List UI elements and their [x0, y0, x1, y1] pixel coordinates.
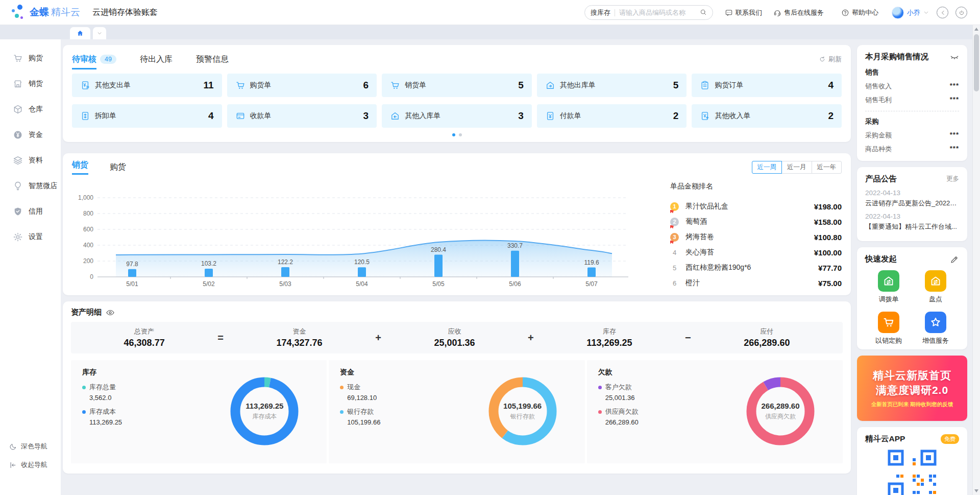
announcement-link-2[interactable]: 【重要通知】精斗云工作台域...	[865, 222, 959, 231]
ranking-item-2[interactable]: 2葡萄酒¥158.00	[670, 214, 842, 229]
legend-dot-icon	[340, 386, 344, 389]
ranking-item-name: 烤海苔卷	[685, 232, 714, 242]
back-button[interactable]	[937, 7, 948, 18]
search-input[interactable]	[619, 9, 700, 16]
tab-purchase[interactable]: 购货	[110, 162, 126, 173]
tab-sales[interactable]: 销货	[72, 160, 88, 175]
sidebar-item-6[interactable]: 智慧微店	[0, 173, 61, 199]
monthly-stat-row: 销售毛利***	[865, 96, 959, 105]
range-month-button[interactable]: 近一月	[781, 161, 812, 174]
more-link[interactable]: 更多	[946, 175, 959, 183]
svg-text:600: 600	[83, 226, 93, 233]
contact-us-link[interactable]: 联系我们	[725, 0, 762, 25]
pending-panel: 待审核 49 待出入库 预警信息 刷新 其他支出单11购货单6销货单5其他出库单…	[63, 45, 851, 142]
pending-type-count: 3	[518, 110, 524, 122]
ranking-item-name: 果汁饮品礼盒	[685, 202, 728, 211]
svg-text:330.7: 330.7	[507, 242, 523, 249]
collapse-nav-toggle[interactable]: 收起导航	[9, 460, 47, 469]
pending-type-card-6[interactable]: 拆卸单4	[72, 104, 222, 128]
pending-type-card-7[interactable]: 收款单3	[227, 104, 377, 128]
help-center-label: 帮助中心	[852, 8, 878, 17]
sidebar-item-4[interactable]: 资金	[0, 122, 61, 148]
quick-launch-title: 快速发起	[865, 254, 950, 265]
tab-warning-info[interactable]: 预警信息	[196, 50, 229, 68]
pending-type-label: 其他支出单	[95, 81, 131, 90]
legend-label: 客户欠款	[605, 383, 632, 392]
pending-type-card-4[interactable]: 其他出库单5	[537, 74, 687, 97]
tab-pending-inout[interactable]: 待出入库	[140, 50, 173, 68]
scroll-up-arrow[interactable]	[974, 28, 978, 31]
user-menu[interactable]: 小乔	[892, 0, 929, 25]
sidebar-item-8[interactable]: 设置	[0, 224, 61, 250]
cart-icon	[390, 80, 400, 90]
sidebar-item-3[interactable]: 仓库	[0, 97, 61, 122]
home-tab[interactable]	[70, 27, 90, 39]
quick-action-3[interactable]: 以销定购	[875, 312, 902, 345]
eye-icon[interactable]	[106, 308, 115, 317]
pagination-dot-2[interactable]	[459, 133, 462, 136]
search-icon[interactable]	[700, 9, 707, 16]
pending-type-card-10[interactable]: 其他收入单2	[692, 104, 842, 128]
store-icon	[13, 79, 23, 89]
pagination-dot-1[interactable]	[452, 133, 455, 136]
sidebar-item-5[interactable]: 资料	[0, 148, 61, 173]
legend-dot-icon	[340, 410, 344, 414]
help-center-link[interactable]: 帮助中心	[841, 0, 878, 25]
sidebar-item-label: 设置	[29, 232, 43, 242]
search-box[interactable]: 搜库存	[584, 5, 713, 20]
logout-button[interactable]	[955, 7, 967, 18]
announcement-link-1[interactable]: 云进销存产品更新公告_20220...	[865, 199, 959, 208]
monthly-stat-label: 销售收入	[865, 82, 892, 91]
free-badge: 免费	[941, 434, 959, 444]
search-scope-label[interactable]: 搜库存	[591, 8, 610, 17]
svg-text:280.4: 280.4	[431, 246, 446, 253]
pending-type-count: 3	[363, 110, 369, 122]
formula-operator: =	[217, 332, 224, 344]
quick-action-4[interactable]: 增值服务	[922, 312, 949, 345]
banner-line-1: 精斗云新版首页	[873, 368, 951, 383]
sidebar-item-2[interactable]: 销货	[0, 71, 61, 97]
monthly-stat-value-masked: ***	[950, 82, 959, 91]
back-arrow-icon	[940, 10, 946, 16]
sidebar: 购货销货仓库资金资料智慧微店信用设置 深色导航 收起导航	[0, 39, 61, 495]
ranking-item-3[interactable]: 3烤海苔卷¥100.80	[670, 229, 842, 245]
quick-action-1[interactable]: 调拨单	[878, 270, 899, 304]
asset-stat-value: 25,001.36	[434, 338, 475, 348]
asset-stat-label: 资金	[277, 327, 323, 336]
pending-type-card-2[interactable]: 购货单6	[227, 74, 377, 97]
survey-banner[interactable]: 精斗云新版首页 满意度调研2.0 全新首页已到来 期待收到您的反馈	[857, 356, 967, 421]
pending-type-card-9[interactable]: 付款单2	[537, 104, 687, 128]
pending-type-card-5[interactable]: 购货订单4	[692, 74, 842, 97]
tab-dropdown[interactable]	[93, 27, 106, 39]
pending-type-card-1[interactable]: 其他支出单11	[72, 74, 222, 97]
quick-action-2[interactable]: 盘点	[925, 270, 946, 304]
pending-type-card-3[interactable]: 销货单5	[382, 74, 532, 97]
eye-closed-icon[interactable]	[950, 53, 959, 62]
sidebar-item-7[interactable]: 信用	[0, 199, 61, 224]
ranking-item-6[interactable]: 6橙汁¥75.00	[670, 275, 842, 291]
medal-icon-rank-1: 1	[670, 202, 679, 211]
pending-type-label: 购货订单	[715, 81, 743, 90]
refresh-button[interactable]: 刷新	[819, 55, 842, 64]
announcements-title: 产品公告	[865, 174, 946, 184]
pending-type-count: 4	[208, 110, 214, 122]
ranking-item-1[interactable]: 1果汁饮品礼盒¥198.00	[670, 199, 842, 214]
cart-icon	[13, 53, 23, 63]
aftersales-service-link[interactable]: 售后在线服务	[773, 0, 824, 25]
gear-icon	[13, 232, 23, 242]
svg-text:0: 0	[90, 273, 93, 280]
sidebar-item-1[interactable]: 购货	[0, 45, 61, 71]
app-logo[interactable]: 金蝶 精斗云	[11, 4, 80, 20]
tab-pending-approval[interactable]: 待审核 49	[72, 50, 116, 68]
scroll-thumb[interactable]	[974, 34, 979, 91]
logo-text-secondary: 精斗云	[51, 6, 80, 19]
range-week-button[interactable]: 近一周	[752, 161, 782, 174]
ranking-item-4[interactable]: 4夹心海苔¥100.00	[670, 245, 842, 260]
legend-label: 库存成本	[89, 407, 116, 416]
scroll-down-arrow[interactable]	[974, 489, 978, 492]
ranking-item-5[interactable]: 5西红柿意粉酱190g*6¥77.70	[670, 260, 842, 275]
pencil-icon[interactable]	[950, 255, 959, 264]
range-year-button[interactable]: 近一年	[812, 161, 842, 174]
dark-nav-toggle[interactable]: 深色导航	[9, 442, 47, 451]
pending-type-card-8[interactable]: 其他入库单3	[382, 104, 532, 128]
